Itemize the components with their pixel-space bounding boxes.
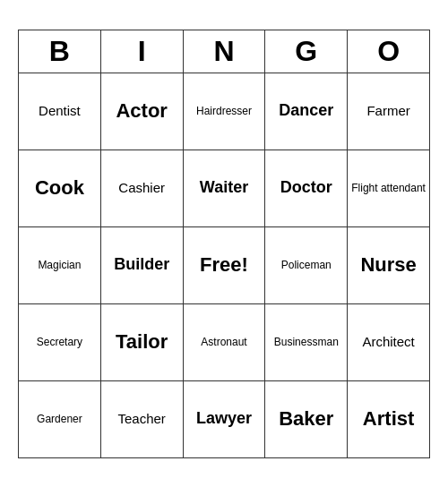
cell-text: Free!	[200, 253, 248, 277]
cell-text: Cashier	[118, 180, 165, 196]
cell-text: Dentist	[39, 103, 81, 119]
cell-text: Actor	[116, 99, 167, 123]
bingo-cell: Businessman	[265, 304, 348, 381]
header-letter: G	[265, 30, 348, 73]
cell-text: Lawyer	[196, 409, 252, 429]
bingo-cell: Magician	[19, 227, 101, 304]
cell-text: Gardener	[37, 413, 82, 425]
cell-text: Flight attendant	[351, 182, 426, 194]
bingo-cell: Flight attendant	[348, 150, 430, 227]
cell-text: Waiter	[200, 178, 248, 198]
bingo-cell: Teacher	[101, 381, 184, 458]
bingo-cell: Doctor	[265, 150, 348, 227]
cell-text: Baker	[279, 407, 333, 431]
bingo-cell: Cashier	[101, 150, 184, 227]
bingo-cell: Artist	[348, 381, 430, 458]
bingo-cell: Waiter	[184, 150, 266, 227]
cell-text: Farmer	[366, 103, 409, 119]
bingo-cell: Actor	[101, 73, 184, 150]
cell-text: Doctor	[280, 178, 332, 198]
cell-text: Tailor	[116, 330, 168, 354]
bingo-cell: Secretary	[19, 304, 101, 381]
cell-text: Cook	[35, 176, 84, 200]
cell-text: Policeman	[281, 259, 332, 271]
bingo-cell: Lawyer	[184, 381, 266, 458]
bingo-cell: Policeman	[265, 227, 348, 304]
bingo-cell: Nurse	[348, 227, 430, 304]
bingo-cell: Tailor	[101, 304, 184, 381]
header-letter: B	[19, 30, 101, 73]
bingo-cell: Farmer	[348, 73, 430, 150]
cell-text: Hairdresser	[196, 105, 252, 117]
cell-text: Teacher	[118, 411, 166, 427]
bingo-cell: Gardener	[19, 381, 101, 458]
cell-text: Dancer	[279, 101, 333, 121]
bingo-cell: Baker	[265, 381, 348, 458]
bingo-cell: Dancer	[265, 73, 348, 150]
header-letter: O	[348, 30, 430, 73]
cell-text: Secretary	[37, 336, 82, 348]
bingo-cell: Builder	[101, 227, 184, 304]
bingo-cell: Cook	[19, 150, 101, 227]
cell-text: Builder	[114, 255, 169, 275]
bingo-cell: Astronaut	[184, 304, 266, 381]
header-letter: N	[184, 30, 266, 73]
bingo-cell: Free!	[184, 227, 266, 304]
bingo-card: BINGO DentistActorHairdresserDancerFarme…	[18, 30, 430, 458]
bingo-cell: Hairdresser	[184, 73, 266, 150]
cell-text: Businessman	[274, 336, 339, 348]
bingo-header: BINGO	[18, 30, 430, 73]
header-letter: I	[101, 30, 184, 73]
cell-text: Artist	[363, 407, 414, 431]
cell-text: Nurse	[360, 253, 416, 277]
bingo-cell: Architect	[348, 304, 430, 381]
cell-text: Architect	[362, 334, 414, 350]
cell-text: Magician	[38, 259, 81, 271]
bingo-grid: DentistActorHairdresserDancerFarmerCookC…	[18, 73, 430, 458]
cell-text: Astronaut	[201, 336, 246, 348]
bingo-cell: Dentist	[19, 73, 101, 150]
